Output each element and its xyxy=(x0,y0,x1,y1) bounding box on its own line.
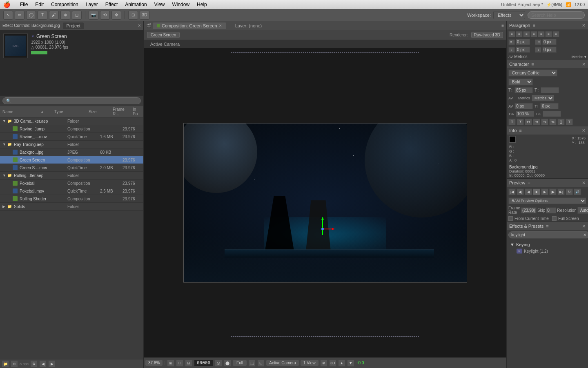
project-search-input[interactable] xyxy=(2,97,141,104)
draft-3d[interactable]: 3D xyxy=(329,359,336,367)
loop-btn[interactable]: ↻ xyxy=(566,188,573,195)
menu-animation[interactable]: Animation xyxy=(122,1,150,8)
play-fwd-btn[interactable]: ▶ xyxy=(541,188,548,195)
info-close[interactable]: ✕ xyxy=(582,128,586,133)
space-before-icon[interactable]: ↕ xyxy=(508,47,515,53)
expand-arrow[interactable]: ▼ xyxy=(2,142,7,146)
list-item[interactable]: Green Screen Composition 23.976 xyxy=(0,156,143,164)
effects-group-keying-label[interactable]: ▼ Keying xyxy=(508,241,586,248)
effects-search-input[interactable] xyxy=(508,231,588,238)
justify-right-btn[interactable]: ≡ xyxy=(545,31,552,37)
indent-left-icon[interactable]: ⇤ xyxy=(508,39,515,45)
paragraph-options[interactable]: ≡ xyxy=(532,23,535,28)
ram-preview-dropdown[interactable]: RAM Preview Options xyxy=(508,197,586,204)
space-after-input[interactable] xyxy=(542,47,557,53)
toolbar-eraser-tool[interactable]: ◻ xyxy=(72,11,82,20)
effects-close[interactable]: ✕ xyxy=(582,224,586,229)
align-center-btn[interactable]: ≡ xyxy=(516,31,523,37)
info-options[interactable]: ≡ xyxy=(519,128,521,133)
text-small-caps-btn[interactable]: Tt xyxy=(533,119,540,125)
toolbar-type-tool[interactable]: T xyxy=(38,11,47,20)
list-item[interactable]: Backgro...jpg JPEG 60 KB xyxy=(0,148,143,156)
indent-right-icon[interactable]: ⇥ xyxy=(535,39,541,45)
h-scale-input[interactable] xyxy=(516,111,534,117)
transparency-toggle[interactable]: ⬚ xyxy=(248,359,256,367)
preview-close[interactable]: ✕ xyxy=(582,180,586,186)
renderer-value[interactable]: Ray-traced 3D xyxy=(471,32,503,38)
frame-counter[interactable]: 00000 xyxy=(194,359,213,366)
step-back-btn[interactable]: ◀| xyxy=(517,188,524,195)
text-bold-btn[interactable]: T xyxy=(508,119,516,125)
show-layer[interactable]: ▲ xyxy=(338,359,345,367)
project-settings-button[interactable]: ⚙ xyxy=(30,360,38,368)
show-render[interactable]: ▼ xyxy=(347,359,354,367)
step-fwd-btn[interactable]: |▶ xyxy=(549,188,557,195)
skip-input[interactable] xyxy=(546,207,556,213)
font-style-dropdown[interactable]: Bold xyxy=(508,79,533,85)
comp-tab-green-screen[interactable]: Composition: Green Screen ✕ xyxy=(153,22,226,29)
play-back-btn[interactable]: ◀ xyxy=(525,188,532,195)
menu-file[interactable]: File xyxy=(17,1,31,8)
toolbar-snapping[interactable]: ⊡ xyxy=(128,11,138,20)
list-item[interactable]: Ravine_....mov QuickTime 1.6 MB 23.976 xyxy=(0,133,143,141)
justify-left-btn[interactable]: ≡ xyxy=(530,31,537,37)
search-input[interactable] xyxy=(528,11,585,19)
comp-tab-close[interactable]: ✕ xyxy=(219,24,222,28)
list-item[interactable]: Pokeball.mov QuickTime 2.5 MB 23.976 xyxy=(0,187,143,195)
new-comp-button[interactable]: ⊕ xyxy=(11,360,18,368)
grid-toggle[interactable]: ⊟ xyxy=(185,359,192,367)
preview-options[interactable]: ≡ xyxy=(528,180,530,185)
list-item[interactable]: ▼ 📁 Ray Tracing.aep Folder xyxy=(0,141,143,148)
text-underline-btn[interactable]: T xyxy=(557,119,565,125)
toolbar-orbit-tool[interactable]: ⟲ xyxy=(100,11,110,20)
list-item[interactable]: Green S....mov QuickTime 2.0 MB 23.976 xyxy=(0,164,143,172)
text-sub-btn[interactable]: Ts xyxy=(549,119,557,125)
effects-search-clear[interactable]: ✕ xyxy=(583,233,586,237)
tracking-dropdown[interactable]: Metrics xyxy=(532,95,554,101)
indent-left-input[interactable] xyxy=(516,39,530,45)
menu-layer[interactable]: Layer xyxy=(82,1,101,8)
quality-dropdown[interactable]: Full xyxy=(233,360,247,366)
list-item[interactable]: ▼ 📁 3D Came...ker.aep Folder xyxy=(0,117,143,125)
effects-options[interactable]: ≡ xyxy=(546,224,548,229)
effects-item-keylight[interactable]: K Keylight (1.2) xyxy=(508,248,586,254)
toolbar-3d[interactable]: 3D xyxy=(140,11,149,20)
text-italic-btn[interactable]: T xyxy=(517,119,524,125)
exposure-btn[interactable]: ◎ xyxy=(215,359,222,367)
text-strikethrough-btn[interactable]: T xyxy=(566,119,573,125)
justify-center-btn[interactable]: ≡ xyxy=(538,31,545,37)
menu-view[interactable]: View xyxy=(151,1,168,8)
safe-zones[interactable]: □ xyxy=(176,359,183,367)
space-before-input[interactable] xyxy=(516,47,530,53)
text-all-caps-btn[interactable]: TT xyxy=(525,119,532,125)
zoom-dropdown[interactable]: 37.8% xyxy=(145,360,163,366)
leading-input[interactable] xyxy=(541,87,559,93)
toolbar-select-tool[interactable]: ↖ xyxy=(3,11,13,20)
space-after-icon[interactable]: ↕ xyxy=(535,47,541,53)
viewport[interactable] xyxy=(144,48,506,357)
metrics-value-dropdown[interactable]: Metrics ▾ xyxy=(572,55,587,59)
panel-close-left[interactable]: ✕ xyxy=(138,23,141,28)
skip-to-end-btn[interactable]: ▶| xyxy=(557,188,565,195)
justify-all-btn[interactable]: ≡ xyxy=(552,31,559,37)
render-toggle[interactable]: ⊕ xyxy=(320,359,327,367)
kerning-input[interactable] xyxy=(514,103,533,109)
list-item[interactable]: Ravine_Jump Composition 23.976 xyxy=(0,125,143,133)
resolution-dropdown[interactable]: Auto xyxy=(577,207,588,214)
align-left-btn[interactable]: ≡ xyxy=(508,31,515,37)
view-button-green-screen[interactable]: Green Screen xyxy=(147,32,180,38)
menu-effect[interactable]: Effect xyxy=(102,1,121,8)
character-close[interactable]: ✕ xyxy=(582,62,586,67)
audio-btn[interactable]: 🔊 xyxy=(574,188,581,195)
menu-help[interactable]: Help xyxy=(194,1,210,8)
from-current-checkbox[interactable] xyxy=(508,216,513,221)
indent-right-input[interactable] xyxy=(542,39,557,45)
pixel-aspect[interactable]: ⊡ xyxy=(257,359,265,367)
workspace-dropdown[interactable]: Effects xyxy=(493,11,525,19)
font-family-dropdown[interactable]: Century Gothic xyxy=(508,70,557,76)
toolbar-brush-tool[interactable]: 🖌 xyxy=(49,11,59,20)
camera-dropdown[interactable]: Active Camera xyxy=(266,360,299,366)
color-manage[interactable]: ⬤ xyxy=(224,359,231,367)
list-item[interactable]: ▶ 📁 Solids Folder xyxy=(0,203,143,211)
toolbar-move-tool[interactable]: ✥ xyxy=(111,11,121,20)
